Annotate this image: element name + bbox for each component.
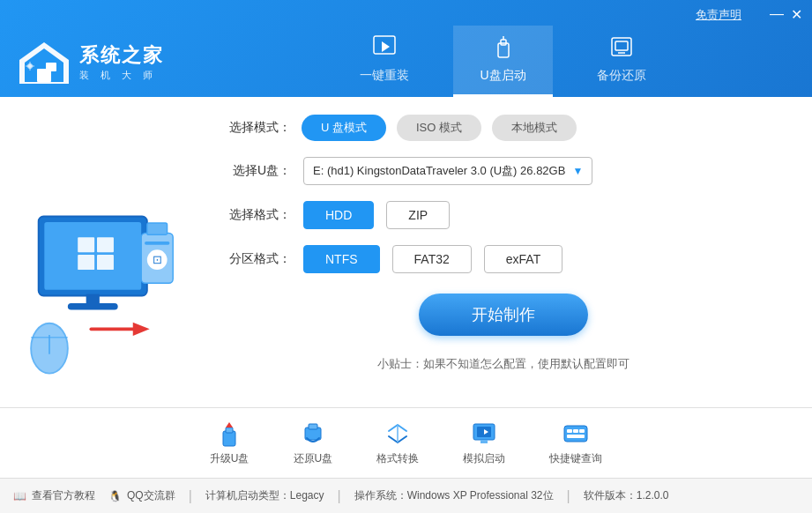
usb-select-row: 选择U盘： E: (hd1) KingstonDataTraveler 3.0 … [229,157,777,185]
format-label: 选择格式： [229,207,291,223]
shortcut-query-icon [562,420,590,448]
tab-backup[interactable]: 备份还原 [570,26,673,97]
usb-dropdown[interactable]: E: (hd1) KingstonDataTraveler 3.0 (U盘) 2… [303,157,592,185]
partition-label: 分区格式： [229,251,291,267]
divider-1: | [189,488,192,504]
logo-area: 系统之家 装 机 大 师 [0,38,194,97]
usb-label: 选择U盘： [229,163,291,179]
toolbar-upgrade-usb-label: 升级U盘 [210,451,250,466]
svg-rect-44 [567,429,572,433]
svg-rect-25 [145,242,169,245]
toolbar-restore-usb-label: 还原U盘 [294,451,333,466]
dropdown-arrow-icon: ▼ [572,165,583,177]
tab-usb-boot-label: U盘启动 [480,68,525,84]
start-btn-row: 开始制作 [229,294,777,336]
toolbar-shortcut-query[interactable]: 快捷键查询 [549,420,602,466]
os-label: 操作系统：Windows XP Professional 32位 [354,488,554,503]
minimize-button[interactable]: — [768,5,786,23]
tab-backup-label: 备份还原 [597,68,646,84]
svg-rect-13 [615,41,628,50]
svg-rect-17 [78,237,94,252]
restore-usb-icon [299,420,327,448]
usb-boot-icon [491,34,516,64]
qq-item[interactable]: 🐧 QQ交流群 [108,488,175,503]
upgrade-usb-icon [215,420,243,448]
tutorial-item[interactable]: 📖 查看官方教程 [13,488,95,503]
free-notice-link[interactable]: 免责声明 [696,7,741,23]
svg-rect-33 [223,431,235,446]
titlebar: — ✕ [761,0,812,28]
app-title: 系统之家 [79,42,164,69]
divider-2: | [338,488,341,504]
divider-3: | [567,488,570,504]
svg-rect-18 [97,237,114,252]
svg-marker-8 [382,41,390,52]
usb-value: E: (hd1) KingstonDataTraveler 3.0 (U盘) 2… [313,163,565,179]
toolbar-shortcut-query-label: 快捷键查询 [549,451,602,466]
svg-rect-46 [579,429,585,433]
svg-rect-34 [226,428,233,433]
qq-icon: 🐧 [108,490,122,502]
app-subtitle: 装 机 大 师 [79,69,164,82]
simulate-boot-icon [470,420,498,448]
toolbar-format-convert-label: 格式转换 [376,451,419,466]
statusbar: 📖 查看官方教程 🐧 QQ交流群 | 计算机启动类型：Legacy | 操作系统… [0,478,812,513]
svg-text:⊡: ⊡ [153,253,162,266]
svg-rect-41 [480,440,488,443]
svg-rect-24 [147,223,168,234]
format-hdd-button[interactable]: HDD [303,201,374,229]
toolbar-format-convert[interactable]: 格式转换 [376,420,419,466]
tab-reinstall-label: 一键重装 [360,68,409,84]
svg-rect-20 [97,255,114,270]
toolbar-simulate-boot[interactable]: 模拟启动 [463,420,505,466]
tutorial-icon: 📖 [13,490,26,502]
logo-text: 系统之家 装 机 大 师 [79,42,164,82]
partition-fat32-button[interactable]: FAT32 [392,245,472,273]
svg-rect-22 [68,303,118,310]
partition-exfat-button[interactable]: exFAT [484,245,562,273]
partition-ntfs-button[interactable]: NTFS [303,245,380,273]
svg-rect-3 [46,63,56,71]
computer-type: 计算机启动类型：Legacy [205,488,324,503]
svg-rect-45 [573,429,578,433]
header: 免责声明 系统之家 装 机 大 师 [0,0,812,97]
mode-iso-button[interactable]: ISO 模式 [397,115,481,141]
svg-marker-32 [133,323,150,336]
qq-label: QQ交流群 [127,488,175,503]
tutorial-label: 查看官方教程 [32,488,95,503]
toolbar-restore-usb[interactable]: 还原U盘 [294,420,333,466]
computer-illustration: ⊡ [18,195,176,380]
bottom-toolbar: 升级U盘 还原U盘 格式转换 [0,407,812,478]
toolbar-upgrade-usb[interactable]: 升级U盘 [210,420,250,466]
svg-rect-43 [564,426,587,442]
start-button[interactable]: 开始制作 [419,294,588,336]
close-button[interactable]: ✕ [787,5,805,23]
svg-marker-35 [226,422,233,428]
svg-rect-47 [567,435,585,438]
format-row: 选择格式： HDD ZIP [229,201,777,229]
mode-label: 选择模式： [229,120,291,136]
svg-rect-19 [78,255,94,270]
reinstall-icon [372,34,397,64]
svg-rect-10 [501,40,506,45]
tab-usb-boot[interactable]: U盘启动 [453,26,552,97]
backup-icon [609,34,634,64]
toolbar-simulate-boot-label: 模拟启动 [463,451,505,466]
tab-reinstall[interactable]: 一键重装 [333,26,436,97]
format-convert-icon [384,420,412,448]
software-version: 软件版本：1.2.0.0 [584,488,669,503]
mode-row: 选择模式： U 盘模式 ISO 模式 本地模式 [229,115,777,141]
mode-usb-button[interactable]: U 盘模式 [302,115,386,141]
tip-text: 小贴士：如果不知道怎么配置，使用默认配置即可 [229,356,777,372]
format-zip-button[interactable]: ZIP [386,201,450,229]
svg-rect-37 [309,424,317,429]
partition-row: 分区格式： NTFS FAT32 exFAT [229,245,777,273]
mode-local-button[interactable]: 本地模式 [492,115,577,141]
logo-icon [18,38,71,86]
